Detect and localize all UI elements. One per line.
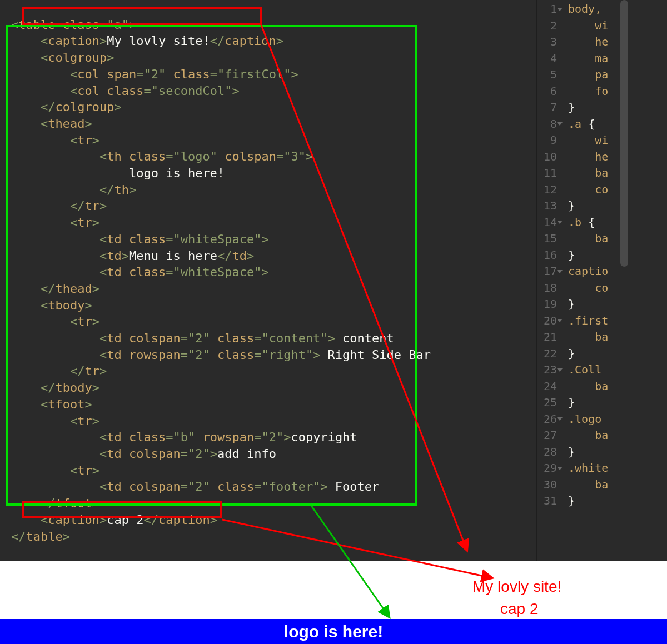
addinfo-text: add info (217, 447, 276, 461)
preview-logo-text: logo is here! (284, 622, 383, 641)
editor-area: <table class="a"> <caption>My lovly site… (0, 0, 667, 561)
preview-caption1: My lovly site! (472, 578, 561, 596)
caption-1-text: My lovly site! (107, 34, 210, 48)
preview-logo-strip: logo is here! (0, 619, 667, 644)
preview-pane: My lovly site! cap 2 logo is here! (0, 561, 667, 644)
html-code[interactable]: <table class="a"> <caption>My lovly site… (6, 0, 531, 561)
app-root: <table class="a"> <caption>My lovly site… (0, 0, 667, 644)
css-code[interactable]: body, wi he ma pa fo}.a { wi he ba co}.b… (563, 1, 608, 561)
caption-2-text: cap 2 (107, 513, 143, 527)
logo-text: logo is here! (129, 166, 225, 180)
editor-scrollbar[interactable] (620, 0, 628, 267)
right-text: Right Side Bar (320, 348, 431, 362)
content-text: content (335, 331, 394, 345)
html-editor-pane[interactable]: <table class="a"> <caption>My lovly site… (0, 0, 536, 561)
copyright-text: copyright (291, 430, 357, 444)
menu-text: Menu is here (129, 249, 217, 263)
footer-text: Footer (328, 480, 380, 493)
gutter-line-numbers: 1234567891011121314151617181920212223242… (537, 1, 563, 561)
css-editor-pane[interactable]: 1234567891011121314151617181920212223242… (536, 0, 667, 561)
preview-caption2: cap 2 (500, 600, 539, 618)
